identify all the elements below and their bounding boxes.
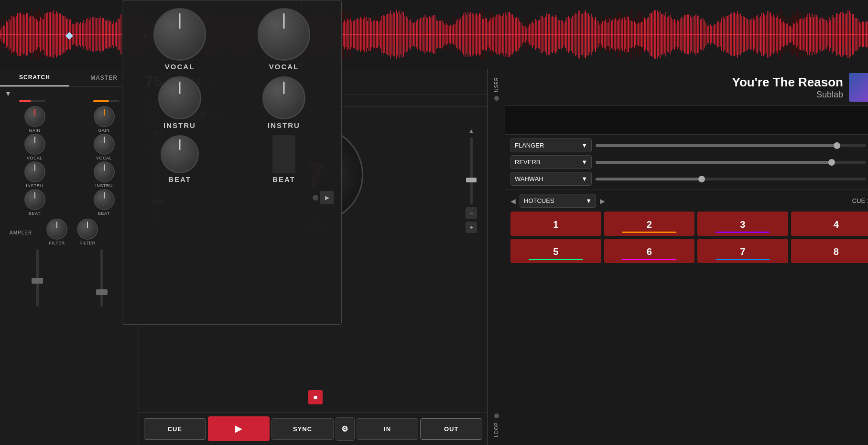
reverb-label: REVERB: [515, 159, 540, 166]
user-section-label: USER: [494, 77, 499, 92]
hotcue-1[interactable]: 1: [510, 212, 601, 236]
gain-indicator-right: [93, 100, 119, 102]
stem-column-2: VOCAL INSTRU BEAT ▶: [234, 8, 334, 317]
stem-column-1: VOCAL INSTRU BEAT: [130, 8, 229, 317]
stem-beat-label-2: BEAT: [272, 175, 295, 183]
cue-label-text: CUE 1: [852, 197, 868, 204]
fader-right[interactable]: [100, 249, 103, 307]
fader-left[interactable]: [36, 249, 39, 307]
left-sidebar: SCRATCH MASTER ▼ GAIN GAIN VOC: [0, 69, 139, 445]
right-panel: You're The Reason Sublab FLANGER ▼ −: [505, 69, 868, 445]
beat-knob-right[interactable]: BEAT: [94, 189, 115, 216]
hotcues-mode-select[interactable]: HOTCUES ▼: [520, 194, 596, 208]
scratch-master-tabs: SCRATCH MASTER: [0, 69, 139, 87]
wahwah-chevron: ▼: [581, 175, 587, 182]
stem-beat-1: BEAT: [161, 135, 199, 183]
instru-knob-right[interactable]: INSTRU: [94, 161, 115, 188]
pitch-plus-button[interactable]: +: [466, 222, 477, 233]
stem-instru-knob-2[interactable]: [262, 76, 305, 119]
stem-instru-label-1: INSTRU: [163, 121, 196, 129]
filter-knob-left[interactable]: FILTER: [46, 219, 67, 245]
hotcues-header: ◀ HOTCUES ▼ ▶ CUE 1 ▶: [510, 194, 868, 208]
hotcue-2[interactable]: 2: [604, 212, 695, 236]
hotcues-prev[interactable]: ◀: [510, 197, 516, 205]
stem-overlay: VOCAL INSTRU BEAT VOCAL INSTRU: [122, 0, 342, 325]
flanger-label: FLANGER: [515, 142, 544, 149]
mini-waveform: [505, 106, 868, 135]
pitch-minus-button[interactable]: −: [466, 207, 477, 219]
hotcue-6[interactable]: 6: [604, 239, 695, 263]
settings-button[interactable]: ⚙: [336, 417, 355, 441]
stem-vocal-label-2: VOCAL: [269, 63, 299, 71]
hotcue-7[interactable]: 7: [697, 239, 788, 263]
out-button[interactable]: OUT: [420, 418, 482, 440]
pitch-slider-right: ▲ − +: [459, 127, 483, 408]
instru-knob-left[interactable]: INSTRU: [24, 161, 45, 188]
fader-section: [0, 247, 139, 445]
loop-section-label: LOOP: [494, 422, 499, 437]
stem-beat-block-2: [272, 135, 295, 173]
gain-knob-left[interactable]: GAIN: [24, 106, 45, 133]
hotcues-next-arrow[interactable]: ▶: [600, 197, 605, 205]
loop-next-btn[interactable]: ▶: [320, 191, 334, 204]
flanger-slider[interactable]: [596, 144, 866, 147]
hotcue-grid: 1 2 3 4 5 6 7 8: [510, 212, 868, 263]
filter-knob-right[interactable]: FILTER: [77, 219, 98, 245]
stem-vocal-knob-2[interactable]: [258, 8, 310, 61]
track-thumbnail: [849, 73, 868, 102]
stem-vocal-label-1: VOCAL: [165, 63, 195, 71]
stem-instru-label-2: INSTRU: [268, 121, 300, 129]
loop-section: USER LOOP: [488, 69, 505, 445]
track-info-row: You're The Reason Sublab: [505, 69, 868, 106]
hotcues-mode-label: HOTCUES: [524, 197, 554, 204]
track-artist: Sublab: [816, 90, 843, 100]
stem-vocal-2: VOCAL: [258, 8, 310, 71]
dropdown-arrow[interactable]: ▼: [5, 90, 11, 97]
track-title: You're The Reason: [732, 75, 843, 90]
cue-button[interactable]: CUE: [144, 418, 206, 440]
pitch-up-arrow[interactable]: ▲: [468, 127, 475, 135]
hotcues-chevron: ▼: [586, 197, 592, 204]
wahwah-label: WAHWAH: [515, 175, 543, 182]
loop-dot: [494, 413, 499, 418]
hotcue-8[interactable]: 8: [791, 239, 868, 263]
stem-vocal-knob-1[interactable]: [153, 8, 206, 61]
reverb-slider[interactable]: [596, 161, 866, 164]
flanger-chevron: ▼: [581, 142, 587, 149]
sampler-label: AMPLER: [5, 228, 37, 236]
stem-instru-1: INSTRU: [158, 76, 201, 129]
stem-instru-2: INSTRU: [262, 76, 305, 129]
effect-row-flanger: FLANGER ▼ −: [510, 138, 868, 152]
user-dot: [494, 96, 499, 101]
effect-row-reverb: REVERB ▼ −: [510, 155, 868, 169]
beat-knob-left[interactable]: BEAT: [24, 189, 45, 216]
stop-button[interactable]: ■: [308, 390, 323, 404]
deck-buttons: CUE ▶ SYNC ⚙ IN OUT: [139, 412, 487, 445]
wahwah-slider[interactable]: [596, 178, 866, 180]
hotcue-5[interactable]: 5: [510, 239, 601, 263]
hotcue-3[interactable]: 3: [697, 212, 788, 236]
sync-button[interactable]: SYNC: [271, 418, 334, 440]
stem-beat-label-1: BEAT: [168, 175, 191, 183]
stem-instru-knob-1[interactable]: [158, 76, 201, 119]
hotcue-4[interactable]: 4: [791, 212, 868, 236]
effect-row-wahwah: WAHWAH ▼ −: [510, 172, 868, 186]
vocal-knob-left[interactable]: VOCAL: [24, 134, 45, 160]
wahwah-select[interactable]: WAHWAH ▼: [510, 172, 592, 186]
gain-knob-right[interactable]: GAIN: [94, 106, 115, 133]
reverb-select[interactable]: REVERB ▼: [510, 155, 592, 169]
stem-vocal-1: VOCAL: [153, 8, 206, 71]
reverb-chevron: ▼: [581, 159, 587, 166]
stem-beat-knob-1[interactable]: [161, 135, 199, 173]
pitch-slider[interactable]: [470, 138, 473, 204]
effects-section: FLANGER ▼ − REVERB ▼ −: [505, 135, 868, 190]
flanger-select[interactable]: FLANGER ▼: [510, 138, 592, 152]
play-button[interactable]: ▶: [208, 416, 270, 441]
stem-beat-2: BEAT: [272, 135, 295, 183]
vocal-knob-right[interactable]: VOCAL: [94, 134, 115, 160]
in-button[interactable]: IN: [357, 418, 419, 440]
loop-dot-right: [313, 195, 318, 201]
gain-indicator-left: [19, 100, 45, 102]
tab-scratch[interactable]: SCRATCH: [0, 69, 69, 86]
hotcues-section: ◀ HOTCUES ▼ ▶ CUE 1 ▶ 1 2 3 4 5 6 7 8: [505, 190, 868, 445]
